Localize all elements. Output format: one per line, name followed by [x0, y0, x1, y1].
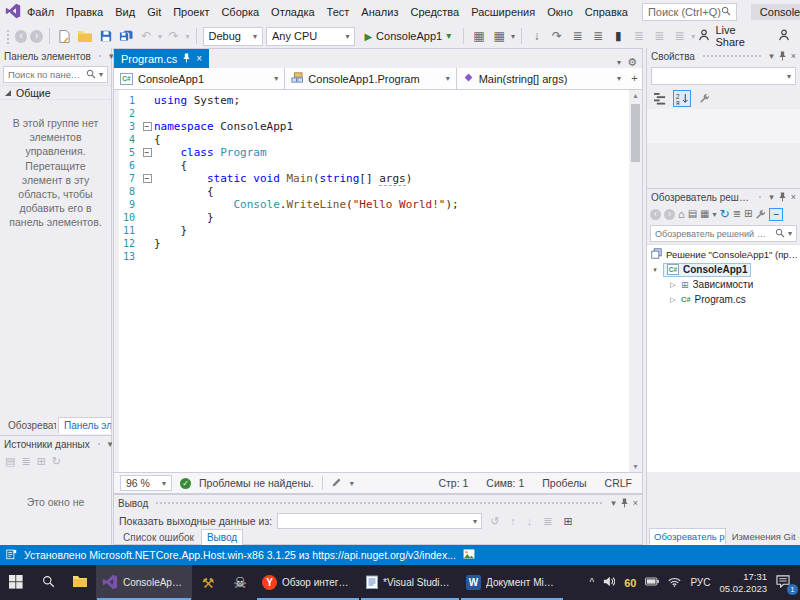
publish-icon[interactable] [463, 549, 475, 561]
task-notepad[interactable]: *Visual Studio.txt –... [360, 565, 460, 600]
toolbox-search-input[interactable]: Поиск по панели элемен ▾ [3, 66, 108, 83]
fold-toggle-icon[interactable]: − [143, 122, 152, 131]
code-line-3[interactable]: 3−namespace ConsoleApp1 [114, 120, 629, 133]
fold-toggle-icon[interactable]: − [143, 148, 152, 157]
line-number[interactable]: 12 [114, 237, 140, 250]
tab-solution-explorer[interactable]: Обозреватель реше... [649, 528, 726, 545]
platform-dropdown[interactable]: Any CPU ▾ [266, 27, 355, 46]
file-explorer-button[interactable] [64, 565, 96, 600]
redo-icon[interactable]: ↷ [165, 27, 182, 45]
tab-error-list[interactable]: Список ошибок [117, 529, 200, 546]
line-number[interactable]: 8 [114, 185, 140, 198]
task-tools-app[interactable]: ⚒ [192, 565, 224, 600]
fold-toggle-icon[interactable]: − [143, 174, 152, 183]
back-icon[interactable]: ‹ [650, 209, 661, 220]
panel-grip[interactable] [702, 54, 762, 59]
pen-icon[interactable] [331, 477, 342, 490]
tab-toolbox[interactable]: Панель эле... [58, 417, 112, 434]
panel-grip[interactable] [758, 195, 762, 200]
toolbar-grip[interactable] [6, 29, 10, 44]
panel-grip[interactable] [97, 442, 101, 447]
toggle-word-wrap-icon[interactable]: ⊞ [561, 515, 576, 527]
pin-icon[interactable] [182, 53, 191, 65]
start-debugging-button[interactable]: ▶ ConsoleApp1 ▾ [358, 26, 457, 46]
line-number[interactable]: 13 [114, 250, 140, 263]
line-number[interactable]: 2 [114, 107, 140, 120]
column-indicator[interactable]: Симв: 1 [486, 477, 524, 489]
add-source-icon[interactable]: ▤ [5, 455, 15, 467]
code-line-5[interactable]: 5− class Program [114, 146, 629, 159]
show-all-files-toggle[interactable]: − [769, 208, 783, 221]
edit-source-icon[interactable]: ≣ [21, 455, 30, 467]
properties-page-icon[interactable]: ⊞ [744, 209, 752, 219]
code-line-11[interactable]: 11 } [114, 224, 629, 237]
line-number[interactable]: 10 [114, 211, 140, 224]
find-in-files-icon[interactable]: ▦ [470, 27, 487, 45]
home-icon[interactable]: ⌂ [678, 209, 685, 220]
tab-output[interactable]: Вывод [201, 529, 243, 546]
line-number[interactable]: 9 [114, 198, 140, 211]
chevron-down-icon[interactable]: ▾ [511, 32, 515, 41]
step-into-icon[interactable]: ↓ [528, 27, 545, 45]
line-number[interactable]: 5 [114, 146, 140, 159]
document-list-icon[interactable]: ▾ [617, 58, 621, 67]
tray-expand-icon[interactable]: ^ [589, 577, 594, 588]
zoom-dropdown[interactable]: 96 % ▾ [120, 475, 172, 491]
navigate-back-icon[interactable]: ‹ [15, 30, 28, 43]
toolbox-section-general[interactable]: Общие [0, 85, 111, 100]
output-header[interactable]: Вывод ▾ × [114, 495, 642, 511]
configure-source-icon[interactable]: ⊞ [37, 455, 46, 467]
menu-item-Вид[interactable]: Вид [109, 2, 141, 22]
output-source-dropdown[interactable]: ▾ [277, 513, 482, 529]
uncomment-icon[interactable]: ≣ [651, 27, 668, 45]
chevron-down-icon[interactable]: ▾ [713, 210, 717, 219]
battery-icon[interactable] [645, 577, 659, 588]
comment-icon[interactable]: ≣ [630, 27, 647, 45]
toolbox-header[interactable]: Панель элементов ▾ × [0, 48, 111, 64]
categorized-view-icon[interactable] [651, 90, 669, 107]
save-icon[interactable] [97, 27, 114, 45]
battery-percent[interactable]: 60 [624, 577, 636, 589]
feedback-person-icon[interactable] [778, 29, 790, 43]
nav-project-dropdown[interactable]: C# ConsoleApp1 ▾ [114, 68, 285, 89]
toolbar-overflow-icon[interactable]: ▾ [691, 32, 695, 41]
code-line-6[interactable]: 6 { [114, 159, 629, 172]
tree-item-project[interactable]: ▾ C# ConsoleApp1 [647, 262, 800, 277]
tab-server-explorer[interactable]: Обозревате... [2, 417, 57, 434]
tree-item-solution[interactable]: Решение "ConsoleApp1" (проекты: 1 из 1) [647, 247, 800, 262]
project-badge[interactable]: ConsoleApp1 [751, 4, 800, 20]
code-area[interactable]: 1using System;23−namespace ConsoleApp14{… [114, 90, 629, 472]
line-number[interactable]: 1 [114, 94, 140, 107]
data-sources-header[interactable]: Источники данных ▾ × [0, 436, 111, 452]
window-position-icon[interactable]: ▾ [769, 193, 774, 202]
chevron-down-icon[interactable]: ▾ [350, 479, 354, 488]
go-next-icon[interactable]: ↓ [524, 515, 536, 527]
split-window-icon[interactable]: + [627, 68, 642, 89]
tab-program-cs[interactable]: Program.cs × [114, 49, 209, 68]
wifi-icon[interactable] [668, 577, 681, 589]
undo-dropdown-icon[interactable]: ▾ [158, 32, 162, 41]
collapsed-icon[interactable]: ▷ [669, 281, 677, 288]
nav-class-dropdown[interactable]: ConsoleApp1.Program ▾ [285, 68, 456, 89]
panel-grip[interactable] [155, 501, 604, 506]
menu-item-Правка[interactable]: Правка [60, 2, 109, 22]
save-all-icon[interactable] [117, 27, 134, 45]
clear-all-icon[interactable]: ≣ [540, 515, 555, 527]
menu-item-Сборка[interactable]: Сборка [215, 2, 265, 22]
clock[interactable]: 17:31 05.02.2023 [719, 571, 767, 595]
new-file-icon[interactable] [56, 27, 73, 45]
more-commands-icon[interactable]: ≣ [671, 27, 688, 45]
editor-vertical-scrollbar[interactable]: ▲ ▼ [629, 90, 642, 472]
menu-item-Расширения[interactable]: Расширения [465, 2, 541, 22]
step-over-icon[interactable]: ↷ [548, 27, 565, 45]
alphabetical-sort-icon[interactable]: 2я [673, 90, 691, 107]
code-line-12[interactable]: 12} [114, 237, 629, 250]
eol-indicator[interactable]: CRLF [605, 477, 632, 489]
code-line-2[interactable]: 2 [114, 107, 629, 120]
go-previous-icon[interactable]: ↑ [507, 515, 519, 527]
close-icon[interactable]: × [791, 52, 796, 61]
code-line-13[interactable]: 13 [114, 250, 629, 263]
menu-item-Тест[interactable]: Тест [321, 2, 356, 22]
menu-item-Отладка[interactable]: Отладка [265, 2, 320, 22]
code-line-8[interactable]: 8 { [114, 185, 629, 198]
